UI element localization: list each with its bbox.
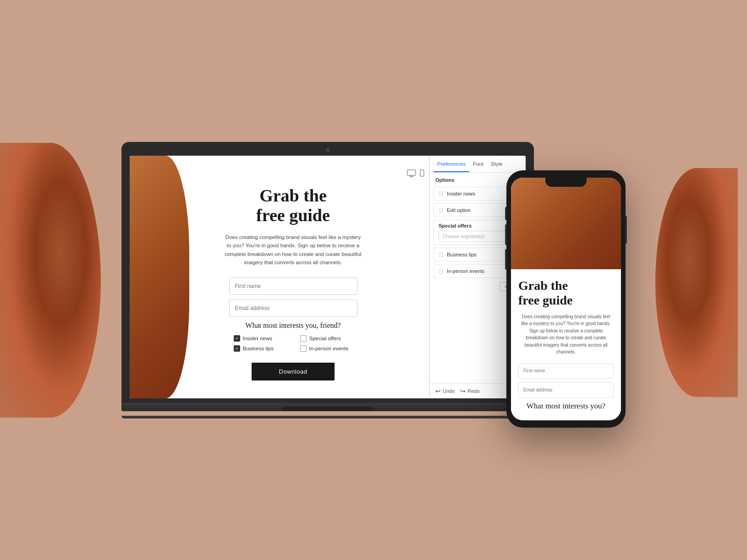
checkbox-insider-news-box[interactable] [234,335,240,342]
checkbox-business-tips[interactable]: Business tips [234,345,286,352]
tab-preferences[interactable]: Preferences [434,156,469,172]
laptop-icon-bar [162,169,424,177]
option-business-tips-label: Business tips [447,252,477,257]
laptop-title: Grab the free guide [162,186,424,226]
laptop-foot [121,416,534,419]
scene: Grab the free guide Does creating compel… [53,142,694,419]
checkbox-insider-news[interactable]: Insider news [234,335,286,342]
phone-interests-title: What most interests you? [518,402,614,411]
drag-handle-2 [439,208,443,212]
phone-hero-image [511,178,621,269]
laptop-base [121,403,534,411]
download-button[interactable]: Download [252,363,335,381]
undo-label: Undo [443,388,455,394]
phone-first-name-input[interactable] [518,363,614,379]
laptop-screen: Grab the free guide Does creating compel… [130,156,526,398]
phone-content: Grab the free guide Does creating compel… [511,269,621,420]
tab-font[interactable]: Font [469,156,487,172]
laptop-subtitle: Does creating compelling brand visuals f… [225,233,362,267]
laptop: Grab the free guide Does creating compel… [121,142,534,419]
option-edit-label: Edit option [447,207,471,213]
checkbox-special-offers-label: Special offers [309,336,341,341]
mobile-icon[interactable] [420,169,424,177]
monitor-icon[interactable] [407,169,416,176]
redo-button[interactable]: ↪ Redo [460,387,479,395]
phone-subtitle: Does creating compelling brand visuals f… [518,313,614,356]
checkbox-in-person-events-box[interactable] [300,345,307,352]
drag-handle [439,191,443,196]
interests-title: What most interests you, friend? [162,321,424,330]
undo-button[interactable]: ↩ Undo [435,387,455,395]
phone-wrapper: Grab the free guide Does creating compel… [506,170,626,428]
phone-screen: Grab the free guide Does creating compel… [511,178,621,420]
checkbox-special-offers-box[interactable] [300,335,307,342]
tab-style[interactable]: Style [487,156,506,172]
phone-mute-button [505,207,506,220]
phone-volume-up-button [505,224,506,245]
checkbox-business-tips-box[interactable] [234,345,240,352]
phone-title: Grab the free guide [518,278,614,308]
checkbox-special-offers[interactable]: Special offers [300,335,353,342]
option-insider-news-label: Insider news [447,191,475,196]
laptop-camera [326,148,330,152]
laptop-body: Grab the free guide Does creating compel… [121,142,534,403]
checkbox-in-person-events-label: In-person events [309,346,349,351]
phone-volume-down-button [505,249,506,270]
email-input[interactable] [229,299,357,317]
drag-handle-3 [439,252,443,257]
segment-placeholder: Choose segment(s) [443,234,485,239]
undo-icon: ↩ [435,387,441,395]
checkbox-business-tips-label: Business tips [243,346,274,351]
option-in-person-events-label: In-person events [447,268,484,274]
redo-label: Redo [467,388,479,394]
laptop-page-content: Grab the free guide Does creating compel… [162,169,424,381]
phone-power-button [626,216,627,244]
drag-handle-4 [439,269,443,273]
phone: Grab the free guide Does creating compel… [506,170,626,428]
checkbox-in-person-events[interactable]: In-person events [300,345,353,352]
phone-email-input[interactable] [518,382,614,398]
checkbox-insider-news-label: Insider news [243,336,273,341]
laptop-page: Grab the free guide Does creating compel… [130,156,429,398]
first-name-input[interactable] [229,277,357,295]
checkboxes-grid: Insider news Special offers Business tip… [234,335,353,352]
phone-notch [545,178,587,187]
redo-icon: ↪ [460,387,466,395]
